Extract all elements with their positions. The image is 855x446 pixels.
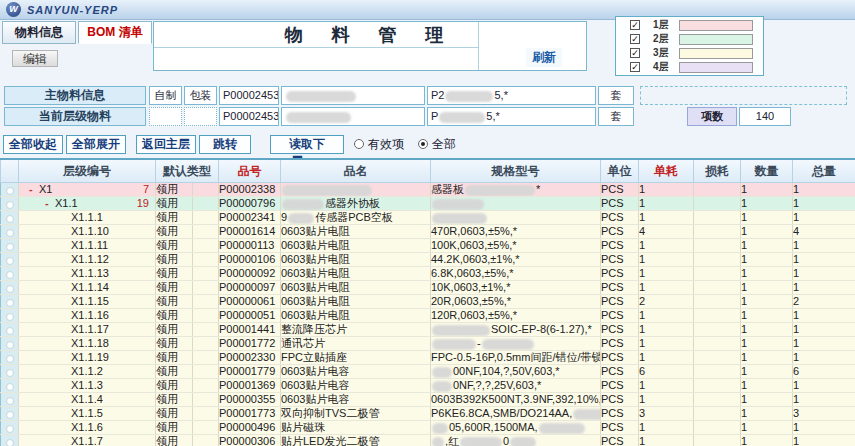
spec-header[interactable]: 规格型号 — [431, 159, 601, 183]
row-selector[interactable] — [6, 355, 14, 363]
spec-cell: FPC-0.5-16P,0.5mm间距/错位/带锁 — [431, 351, 601, 365]
part-no-cell: P00002341 — [219, 211, 281, 225]
table-row[interactable]: X1.1.16领用P000000510603贴片电阻120R,0603,±5%,… — [1, 309, 855, 323]
loss-header[interactable]: 损耗 — [694, 159, 741, 183]
table-row[interactable]: X1.1.4领用P000003550603贴片电容0603B392K500NT,… — [1, 393, 855, 407]
level-code: X1.1.5 — [71, 407, 103, 420]
edit-button[interactable]: 编辑 — [12, 50, 58, 67]
table-row[interactable]: X1.1.7领用P00000306贴片LED发光二极管,红0PCS111 — [1, 435, 855, 446]
row-selector[interactable] — [6, 243, 14, 251]
row-selector[interactable] — [6, 369, 14, 377]
table-row[interactable]: X1.1.10领用P000016140603贴片电阻470R,0603,±5%,… — [1, 225, 855, 239]
child-count: 7 — [143, 183, 155, 196]
qty-cell: 1 — [741, 435, 793, 446]
main-material-label: 主物料信息 — [4, 86, 146, 105]
row-selector[interactable] — [6, 257, 14, 265]
row-selector[interactable] — [6, 187, 14, 195]
part-name-cell: 0603贴片电阻 — [281, 239, 431, 253]
unit-header[interactable]: 单位 — [601, 159, 639, 183]
censor-blob — [432, 199, 484, 210]
row-selector[interactable] — [6, 299, 14, 307]
total-cell: 4 — [793, 225, 855, 239]
row-selector[interactable] — [6, 397, 14, 405]
unit-cell: PCS — [601, 211, 639, 225]
part-name-header[interactable]: 品名 — [281, 159, 431, 183]
part-name-cell: 通讯芯片 — [281, 337, 431, 351]
unit-usage-header[interactable]: 单耗 — [639, 159, 694, 183]
jump-button[interactable]: 跳转 — [199, 135, 251, 154]
back-to-main-button[interactable]: 返回主层 — [136, 135, 196, 154]
censor-blob — [539, 423, 585, 434]
level-header[interactable]: 层级编号 — [19, 159, 156, 183]
table-row[interactable]: X1.1.13领用P000000920603贴片电阻6.8K,0603,±5%,… — [1, 267, 855, 281]
part-no-cell: P00000306 — [219, 435, 281, 446]
qty-cell: 1 — [741, 295, 793, 309]
row-selector[interactable] — [6, 285, 14, 293]
layer-color-swatch — [679, 62, 753, 73]
row-selector[interactable] — [6, 229, 14, 237]
table-row[interactable]: X1.1.15领用P000000610603贴片电阻20R,0603,±5%,*… — [1, 295, 855, 309]
part-no-cell: P00002330 — [219, 351, 281, 365]
table-row[interactable]: X1.1.6领用P00000496贴片磁珠05,600R,1500MA,PCS1… — [1, 421, 855, 435]
layer-checkbox[interactable]: ✓ — [630, 34, 640, 44]
loss-cell — [694, 435, 741, 446]
row-selector[interactable] — [6, 341, 14, 349]
row-selector[interactable] — [6, 327, 14, 335]
loss-cell — [694, 351, 741, 365]
default-type-cell: 领用 — [156, 225, 193, 239]
level-code: X1.1.18 — [71, 337, 109, 350]
table-row[interactable]: X1.1.5领用P00001773双向抑制TVS二极管P6KE6.8CA,SMB… — [1, 407, 855, 421]
empty-cell — [193, 337, 219, 351]
expand-all-button[interactable]: 全部展开 — [66, 135, 126, 154]
refresh-button[interactable]: 刷新 — [526, 48, 562, 67]
qty-header[interactable]: 数量 — [741, 159, 793, 183]
layer-checkbox[interactable]: ✓ — [630, 62, 640, 72]
table-row[interactable]: X1.1.1领用P000023419传感器PCB空板PCS111 — [1, 211, 855, 225]
loss-cell — [694, 365, 741, 379]
row-selector[interactable] — [6, 271, 14, 279]
default-type-header[interactable]: 默认类型 — [156, 159, 219, 183]
total-header[interactable]: 总量 — [793, 159, 855, 183]
table-row[interactable]: -X1.119领用P00000796感器外协板PCS111 — [1, 197, 855, 211]
row-selector[interactable] — [6, 215, 14, 223]
row-selector[interactable] — [6, 425, 14, 433]
unit-usage-cell: 1 — [639, 323, 694, 337]
unit-cell: PCS — [601, 239, 639, 253]
read-next-level-button[interactable]: 读取下层...... — [270, 135, 344, 154]
unit-usage-cell: 1 — [639, 435, 694, 446]
unit-cell: 套 — [598, 107, 634, 126]
legend-item: ✓1层 — [616, 19, 763, 31]
valid-items-radio[interactable] — [354, 139, 364, 149]
collapse-all-button[interactable]: 全部收起 — [3, 135, 63, 154]
tab-material-info[interactable]: 物料信息 — [2, 21, 76, 44]
part-no-header[interactable]: 品号 — [219, 159, 281, 183]
tab-bom-list[interactable]: BOM 清单 — [78, 21, 152, 44]
row-selector[interactable] — [6, 313, 14, 321]
censor-blob — [432, 437, 444, 446]
spec-cell: ,红0 — [431, 435, 601, 446]
table-row[interactable]: X1.1.2领用P000017790603贴片电容00NF,104,?,50V,… — [1, 365, 855, 379]
layer-label: 3层 — [653, 46, 679, 60]
table-row[interactable]: X1.1.3领用P000013690603贴片电容0NF,?,?,25V,603… — [1, 379, 855, 393]
collapse-icon[interactable]: - — [29, 183, 39, 196]
all-items-radio[interactable] — [418, 139, 428, 149]
level-code: X1.1.14 — [71, 281, 109, 294]
layer-checkbox[interactable]: ✓ — [630, 48, 640, 58]
layer-checkbox[interactable]: ✓ — [630, 20, 640, 30]
row-selector[interactable] — [6, 411, 14, 419]
qty-cell: 1 — [741, 379, 793, 393]
table-row[interactable]: X1.1.12领用P000001060603贴片电阻44.2K,0603,±1%… — [1, 253, 855, 267]
collapse-icon[interactable]: - — [45, 197, 55, 210]
row-selector[interactable] — [6, 201, 14, 209]
censor-blob — [432, 339, 476, 350]
table-row[interactable]: X1.1.19领用P00002330FPC立贴插座FPC-0.5-16P,0.5… — [1, 351, 855, 365]
row-selector[interactable] — [6, 439, 14, 446]
unit-cell: PCS — [601, 197, 639, 211]
table-row[interactable]: X1.1.14领用P000000970603贴片电阻10K,0603,±1%,*… — [1, 281, 855, 295]
unit-cell: PCS — [601, 407, 639, 421]
table-row[interactable]: X1.1.17领用P00001441整流降压芯片SOIC-EP-8(6-1.27… — [1, 323, 855, 337]
table-row[interactable]: -X17领用P00002338感器板*PCS111 — [1, 183, 855, 197]
row-selector[interactable] — [6, 383, 14, 391]
table-row[interactable]: X1.1.18领用P00001772通讯芯片-PCS111 — [1, 337, 855, 351]
table-row[interactable]: X1.1.11领用P000001130603贴片电阻100K,0603,±5%,… — [1, 239, 855, 253]
